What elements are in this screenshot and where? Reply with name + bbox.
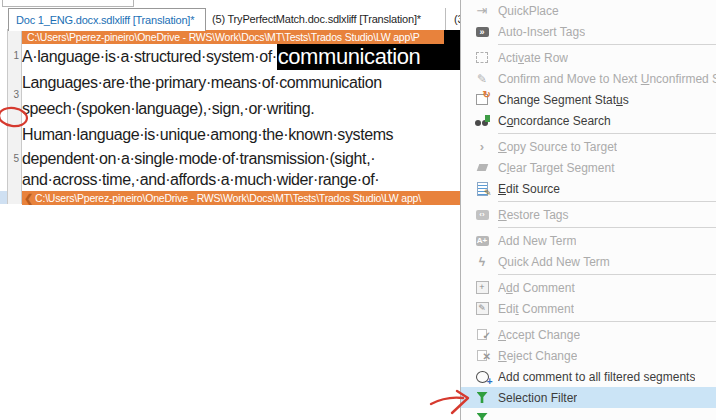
trados-editor-window: Doc 1_ENG.docx.sdlxliff [Translation]*(5… (0, 0, 716, 420)
menu-item-auto-insert-tags: »Auto-Insert Tags (461, 21, 716, 42)
selected-text[interactable]: communication (277, 44, 460, 70)
tab-label: (5) TryPerfectMatch.doc.sdlxliff [Transl… (205, 13, 428, 25)
selection-overflow-block (444, 30, 460, 44)
menu-item-label: Quick Add New Term (498, 255, 610, 269)
menu-item-partial[interactable] (461, 408, 716, 420)
menu-item-add-comment: +Add Comment (461, 277, 716, 298)
menu-item-change-segment-status[interactable]: ↻Change Segment Status (461, 89, 716, 110)
add-comment-all-icon: + (469, 366, 495, 387)
menu-item-label: Add comment to all filtered segments (498, 370, 695, 384)
menu-item-label: Confirm and Move to Next Unconfirmed Seg… (498, 72, 716, 86)
menu-item-clear-target-segment: Clear Target Segment (461, 157, 716, 178)
segment-line[interactable]: A·language·is·a·structured·system·of·com… (22, 44, 460, 70)
menu-item-label: Reject Change (498, 349, 577, 363)
menu-item-label: QuickPlace (498, 4, 559, 18)
menu-item-copy-source-to-target: ›Copy Source to Target (461, 136, 716, 157)
segment-text: Human·language·is·unique·among·the·known… (22, 122, 393, 147)
menu-item-selection-filter[interactable]: Selection Filter (461, 387, 716, 408)
menu-item-confirm-and-move-to-next-unconfirmed-segment: ✎Confirm and Move to Next Unconfirmed Se… (461, 68, 716, 89)
tab-label: Doc 1_ENG.docx.sdlxliff [Translation]* (9, 14, 201, 26)
menu-item-accept-change: ✓Accept Change (461, 324, 716, 345)
file-path-top-text: C:\Users\Pperez-pineiro\OneDrive - RWS\W… (27, 31, 420, 43)
selection-filter-icon (469, 408, 495, 420)
selection-filter-icon (469, 387, 495, 408)
segment-number[interactable]: 5 (7, 153, 19, 164)
menu-item-edit-comment: ✎Edit Comment (461, 298, 716, 319)
menu-item-label: Edit Comment (498, 302, 574, 316)
context-menu: ⇥QuickPlace»Auto-Insert TagsActivate Row… (460, 0, 716, 420)
file-path-tag-bar-bottom[interactable]: ❮C:\Users\Pperez-pineiro\OneDrive - RWS\… (22, 191, 460, 205)
menu-item-label: Edit Source (498, 182, 560, 196)
menu-item-activate-row: Activate Row (461, 47, 716, 68)
segment-text: and·across·time,·and·affords·a·much·wide… (22, 170, 379, 190)
menu-item-label: Clear Target Segment (498, 161, 615, 175)
menu-item-quick-add-new-term: ϟQuick Add New Term (461, 251, 716, 272)
edit-comment-icon: ✎ (469, 298, 495, 319)
copy-source-icon: › (469, 136, 495, 157)
menu-item-label: Add New Term (498, 234, 576, 248)
menu-item-restore-tags: ‹›Restore Tags (461, 204, 716, 225)
menu-item-label: Selection Filter (498, 391, 577, 405)
menu-item-label: Change Segment Status (498, 93, 629, 107)
segment-line[interactable]: Human·language·is·unique·among·the·known… (22, 122, 460, 147)
cropped-panel-edge (2, 0, 134, 7)
annotation-red-arrow (431, 398, 463, 404)
segment-number[interactable]: 3 (7, 89, 19, 100)
file-path-tag-bar-top[interactable]: C:\Users\Pperez-pineiro\OneDrive - RWS\W… (22, 30, 449, 44)
tab-2[interactable]: (5) TryPerfectMatch.doc.sdlxliff [Transl… (205, 8, 446, 30)
restore-tags-icon: ‹› (469, 204, 495, 225)
menu-item-edit-source[interactable]: ✎Edit Source (461, 178, 716, 199)
menu-item-label: Copy Source to Target (498, 140, 617, 154)
quick-add-new-term-icon: ϟ (469, 251, 495, 272)
segment-text: speech·(spoken·language),·sign,·or·writi… (22, 96, 314, 122)
menu-item-label: Restore Tags (498, 208, 569, 222)
file-path-bottom-text: C:\Users\Pperez-pineiro\OneDrive - RWS\W… (35, 192, 421, 204)
menu-item-concordance-search[interactable]: Concordance Search (461, 110, 716, 131)
structure-cell (0, 191, 7, 204)
reject-change-icon: ✕ (469, 345, 495, 366)
add-comment-icon: + (469, 277, 495, 298)
segment-number[interactable]: 1 (7, 50, 19, 61)
menu-item-label: Auto-Insert Tags (498, 25, 585, 39)
menu-item-label: Add Comment (498, 281, 575, 295)
activate-row-icon (469, 47, 495, 68)
accept-change-icon: ✓ (469, 324, 495, 345)
auto-insert-tags-icon: » (469, 21, 495, 42)
tab-1[interactable]: Doc 1_ENG.docx.sdlxliff [Translation]* (8, 8, 206, 31)
menu-item-label: Concordance Search (498, 114, 611, 128)
menu-item-add-comment-to-all-filtered-segments[interactable]: +Add comment to all filtered segments (461, 366, 716, 387)
segment-line[interactable]: dependent·on·a·single·mode·of·transmissi… (22, 147, 460, 171)
menu-item-label: Accept Change (498, 328, 580, 342)
change-segment-status-icon: ↻ (469, 89, 495, 110)
segment-line[interactable]: and·across·time,·and·affords·a·much·wide… (22, 170, 460, 190)
quickplace-icon: ⇥ (469, 0, 495, 21)
tag-close-chevron-icon: ❮ (24, 192, 33, 204)
clear-target-icon (469, 157, 495, 178)
add-new-term-icon: A+ (469, 230, 495, 251)
segment-text: Languages·are·the·primary·means·of·commu… (22, 70, 382, 96)
menu-item-add-new-term: A+Add New Term (461, 230, 716, 251)
menu-item-quickplace: ⇥QuickPlace (461, 0, 716, 21)
segment-line[interactable]: Languages·are·the·primary·means·of·commu… (22, 70, 460, 96)
segment-text: A·language·is·a·structured·system·of· (22, 44, 277, 70)
confirm-move-icon: ✎ (469, 68, 495, 89)
segment-text: dependent·on·a·single·mode·of·transmissi… (22, 147, 375, 171)
edit-source-icon: ✎ (469, 178, 495, 199)
concordance-search-icon (469, 110, 495, 131)
menu-item-label: Activate Row (498, 51, 568, 65)
segment-line[interactable]: speech·(spoken·language),·sign,·or·writi… (22, 96, 460, 122)
menu-item-reject-change: ✕Reject Change (461, 345, 716, 366)
